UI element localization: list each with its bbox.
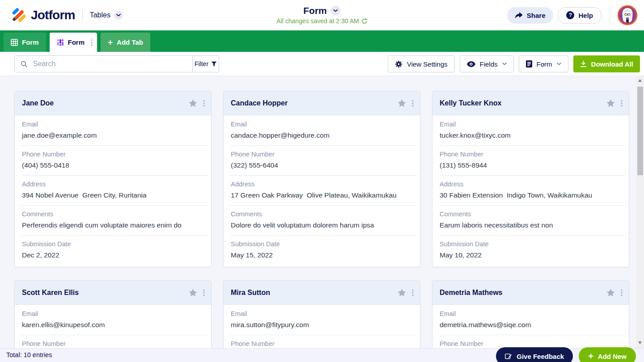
field-value[interactable]: tucker.knox@tixyc.com bbox=[440, 131, 622, 139]
download-all-button[interactable]: Download All bbox=[573, 55, 640, 72]
search-input[interactable] bbox=[32, 59, 192, 68]
field-value[interactable]: demetria.mathews@siqe.com bbox=[440, 321, 622, 329]
card-body: Email candace.hopper@higedure.com Phone … bbox=[224, 115, 420, 265]
toolbar: Filter View Settings bbox=[0, 52, 644, 76]
field-label: Submission Date bbox=[440, 240, 622, 248]
question-mark-icon: ? bbox=[566, 11, 574, 19]
kebab-menu-icon[interactable] bbox=[203, 289, 205, 296]
view-settings-label: View Settings bbox=[407, 60, 448, 68]
field-label: Comments bbox=[22, 210, 204, 218]
refresh-icon[interactable] bbox=[362, 18, 368, 24]
card-field: Email tucker.knox@tixyc.com bbox=[432, 115, 629, 145]
filter-button[interactable]: Filter bbox=[192, 56, 219, 72]
field-value[interactable]: May 15, 2022 bbox=[231, 251, 413, 259]
field-value[interactable]: karen.ellis@kinupesof.com bbox=[22, 321, 204, 329]
field-label: Email bbox=[22, 310, 204, 317]
card-title: Jane Doe bbox=[22, 99, 189, 107]
star-icon[interactable] bbox=[606, 99, 615, 107]
star-icon[interactable] bbox=[189, 289, 197, 297]
total-entries: Total: 10 entries bbox=[6, 351, 52, 358]
card-title: Mira Sutton bbox=[231, 289, 398, 297]
field-value[interactable]: Dolore do velit voluptatum dolorem harum… bbox=[231, 221, 413, 229]
field-value[interactable]: 394 Nobel Avenue Green City, Ruritania bbox=[22, 191, 204, 199]
add-tab-button[interactable]: + Add Tab bbox=[101, 33, 150, 52]
give-feedback-button[interactable]: Give Feedback bbox=[496, 347, 573, 362]
view-settings-button[interactable]: View Settings bbox=[388, 55, 455, 72]
star-icon[interactable] bbox=[398, 99, 406, 107]
chevron-down-icon[interactable] bbox=[331, 6, 341, 16]
fields-dropdown-button[interactable]: Fields bbox=[460, 55, 514, 72]
download-icon bbox=[580, 61, 587, 67]
field-value[interactable]: (131) 555-8944 bbox=[440, 161, 622, 169]
field-value[interactable]: candace.hopper@higedure.com bbox=[231, 131, 413, 139]
card-title: Kelly Tucker Knox bbox=[440, 99, 606, 107]
help-button[interactable]: ? Help bbox=[558, 7, 602, 24]
scroll-down-arrow[interactable] bbox=[638, 341, 642, 344]
kebab-menu-icon[interactable] bbox=[203, 100, 205, 107]
autosave-status: All changes saved at 2:30 AM bbox=[276, 17, 367, 25]
card-field: Phone Number (131) 555-8944 bbox=[432, 145, 629, 175]
search-box: Filter bbox=[14, 55, 219, 72]
card-body: Email demetria.mathews@siqe.com Phone Nu… bbox=[432, 305, 629, 348]
submission-card[interactable]: Demetria Mathews Email demetria.mathews@… bbox=[432, 280, 629, 348]
submission-card[interactable]: Jane Doe Email jane.doe@example.com Phon… bbox=[14, 91, 212, 267]
star-icon[interactable] bbox=[606, 289, 615, 297]
kebab-menu-icon[interactable] bbox=[621, 100, 623, 107]
kebab-menu-icon[interactable] bbox=[412, 100, 414, 107]
field-value[interactable]: (404) 555-0418 bbox=[22, 161, 204, 169]
scroll-up-arrow[interactable] bbox=[638, 79, 642, 82]
add-tab-label: Add Tab bbox=[117, 38, 143, 46]
form-title-dropdown[interactable]: Form bbox=[303, 5, 341, 16]
toolbar-right: View Settings Fields Form bbox=[388, 55, 640, 72]
tables-dropdown[interactable]: Tables bbox=[90, 11, 123, 20]
kebab-menu-icon[interactable] bbox=[412, 289, 414, 296]
field-value[interactable]: mira.sutton@fitypury.com bbox=[231, 321, 413, 329]
add-new-button[interactable]: + Add New bbox=[579, 347, 636, 362]
submission-card[interactable]: Scott Karen Ellis Email karen.ellis@kinu… bbox=[14, 280, 212, 348]
header-center: Form All changes saved at 2:30 AM bbox=[276, 5, 367, 25]
star-icon[interactable] bbox=[189, 99, 197, 107]
field-value[interactable]: Earum laboris necessitatibus est non bbox=[440, 221, 622, 229]
field-value[interactable]: Dec 2, 2022 bbox=[22, 251, 204, 259]
card-title: Candace Hopper bbox=[231, 99, 398, 107]
card-field: Phone Number bbox=[15, 335, 211, 348]
tab-form-cards-view[interactable]: Form bbox=[50, 33, 97, 52]
field-value[interactable]: May 10, 2022 bbox=[440, 251, 622, 259]
card-field: Email demetria.mathews@siqe.com bbox=[432, 305, 629, 335]
tab-form-grid-view[interactable]: Form bbox=[4, 33, 46, 52]
field-label: Phone Number bbox=[440, 151, 622, 158]
card-body: Email mira.sutton@fitypury.com Phone Num… bbox=[224, 305, 420, 348]
kebab-menu-icon[interactable] bbox=[621, 289, 623, 296]
field-label: Email bbox=[440, 310, 622, 317]
card-header: Jane Doe bbox=[15, 91, 211, 115]
form-label: Form bbox=[537, 60, 552, 68]
chevron-down-icon bbox=[557, 63, 561, 65]
field-label: Address bbox=[22, 181, 204, 188]
submission-card[interactable]: Candace Hopper Email candace.hopper@hige… bbox=[223, 91, 420, 267]
star-icon[interactable] bbox=[398, 289, 406, 297]
form-dropdown-button[interactable]: Form bbox=[519, 55, 568, 72]
field-value[interactable]: 17 Green Oak Parkway Olive Plateau, Waik… bbox=[231, 191, 413, 199]
chevron-down-icon[interactable] bbox=[114, 11, 123, 20]
card-body: Email jane.doe@example.com Phone Number … bbox=[15, 115, 211, 265]
field-value[interactable]: Perferendis eligendi cum voluptate maior… bbox=[22, 221, 204, 229]
submission-card[interactable]: Kelly Tucker Knox Email tucker.knox@tixy… bbox=[432, 91, 629, 267]
card-field: Comments Perferendis eligendi cum volupt… bbox=[15, 205, 211, 235]
submission-card[interactable]: Mira Sutton Email mira.sutton@fitypury.c… bbox=[223, 280, 420, 348]
scrollbar-thumb[interactable] bbox=[637, 87, 643, 175]
card-header: Kelly Tucker Knox bbox=[432, 91, 629, 115]
share-button[interactable]: Share bbox=[507, 7, 554, 24]
jotform-logo-icon[interactable] bbox=[11, 7, 27, 23]
fields-label: Fields bbox=[480, 60, 498, 68]
field-label: Email bbox=[231, 310, 413, 317]
app-header: Jotform Tables Form All changes saved at… bbox=[0, 0, 644, 30]
field-value[interactable]: jane.doe@example.com bbox=[22, 131, 204, 139]
card-field: Phone Number (404) 555-0418 bbox=[15, 145, 211, 175]
funnel-icon bbox=[211, 61, 217, 67]
vertical-scrollbar[interactable] bbox=[636, 76, 644, 348]
field-value[interactable]: (322) 555-6404 bbox=[231, 161, 413, 169]
tab-kebab-menu-icon[interactable] bbox=[91, 39, 93, 46]
share-icon bbox=[515, 12, 523, 19]
avatar[interactable] bbox=[617, 5, 638, 25]
field-value[interactable]: 30 Fabien Extension Indigo Town, Waikika… bbox=[440, 191, 622, 199]
